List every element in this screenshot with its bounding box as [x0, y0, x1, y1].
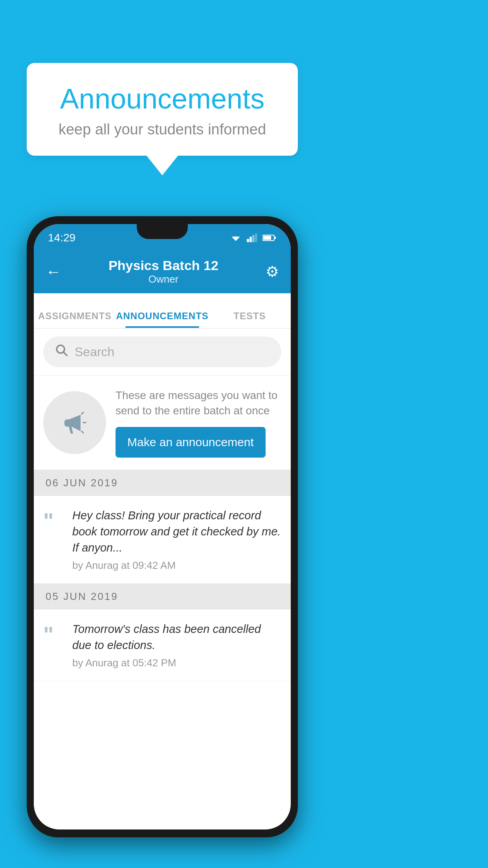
announcement-text-1: Hey class! Bring your practical record b… [72, 508, 281, 555]
header-title: Physics Batch 12 [108, 258, 218, 273]
speech-bubble-title: Announcements [42, 83, 282, 115]
back-button[interactable]: ← [46, 263, 61, 281]
svg-rect-7 [274, 237, 276, 239]
svg-rect-2 [247, 239, 249, 242]
megaphone-icon [59, 407, 90, 438]
speech-bubble-subtitle: keep all your students informed [42, 121, 282, 138]
speech-bubble: Announcements keep all your students inf… [27, 63, 298, 156]
signal-icon [247, 234, 258, 242]
svg-rect-8 [263, 236, 271, 240]
quote-icon-2: " [43, 623, 63, 645]
announcement-meta-1: by Anurag at 09:42 AM [72, 559, 281, 572]
status-time: 14:29 [48, 232, 75, 244]
tabs-bar: ASSIGNMENTS ANNOUNCEMENTS TESTS [34, 293, 291, 329]
battery-icon [262, 234, 277, 242]
date-separator-1: 06 JUN 2019 [34, 470, 291, 496]
tab-assignments[interactable]: ASSIGNMENTS [34, 311, 116, 328]
wifi-icon [229, 234, 242, 242]
tab-tests[interactable]: TESTS [209, 311, 291, 328]
svg-line-10 [64, 352, 67, 356]
header-center: Physics Batch 12 Owner [108, 258, 218, 285]
date-separator-2: 05 JUN 2019 [34, 584, 291, 609]
status-icons [229, 234, 277, 242]
announcement-content-2: Tomorrow's class has been cancelled due … [72, 621, 281, 669]
announcement-meta-2: by Anurag at 05:42 PM [72, 657, 281, 669]
promo-card: These are messages you want to send to t… [34, 376, 291, 469]
svg-rect-4 [252, 235, 255, 242]
phone-screen: 14:29 [34, 224, 291, 829]
search-bar[interactable]: Search [43, 337, 281, 367]
speech-bubble-wrapper: Announcements keep all your students inf… [27, 63, 298, 175]
phone-outer: 14:29 [27, 216, 298, 837]
quote-icon-1: " [43, 510, 63, 532]
app-header: ← Physics Batch 12 Owner ⚙ [34, 252, 291, 293]
search-icon [55, 344, 68, 360]
search-container: Search [34, 329, 291, 375]
make-announcement-button[interactable]: Make an announcement [116, 427, 266, 458]
svg-line-11 [82, 412, 83, 414]
search-placeholder: Search [75, 345, 114, 359]
announcement-item-1[interactable]: " Hey class! Bring your practical record… [34, 496, 291, 584]
announcement-item-2[interactable]: " Tomorrow's class has been cancelled du… [34, 609, 291, 681]
tab-announcements[interactable]: ANNOUNCEMENTS [116, 311, 209, 328]
svg-line-13 [82, 431, 83, 433]
promo-description: These are messages you want to send to t… [116, 388, 281, 418]
notch [137, 224, 188, 239]
announcement-text-2: Tomorrow's class has been cancelled due … [72, 621, 281, 653]
announcement-content-1: Hey class! Bring your practical record b… [72, 508, 281, 572]
phone-wrapper: 14:29 [27, 216, 298, 845]
promo-content: These are messages you want to send to t… [116, 388, 281, 458]
promo-icon-circle [43, 391, 106, 454]
speech-bubble-tail [147, 156, 178, 175]
svg-rect-3 [250, 237, 252, 242]
gear-icon[interactable]: ⚙ [266, 263, 279, 280]
svg-rect-5 [255, 234, 257, 242]
svg-point-9 [57, 345, 64, 353]
header-subtitle: Owner [108, 273, 218, 285]
content-area: Search These are [34, 329, 291, 681]
status-bar: 14:29 [34, 224, 291, 252]
